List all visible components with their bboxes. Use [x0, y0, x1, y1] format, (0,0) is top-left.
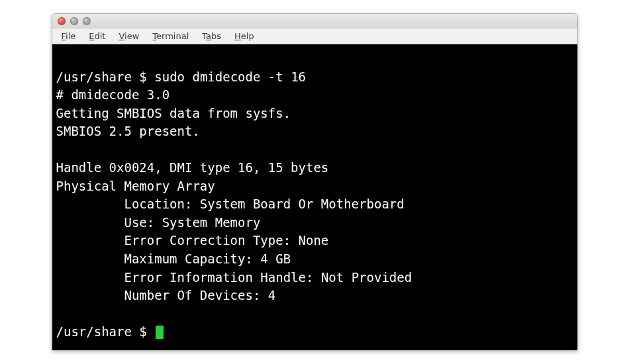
menu-terminal[interactable]: Terminal: [147, 30, 194, 42]
output-getting: Getting SMBIOS data from sysfs.: [56, 106, 291, 120]
prompt-symbol: $: [139, 69, 146, 84]
output-field: Number Of Devices: 4: [56, 287, 276, 305]
menubar: File Edit View Terminal Tabs Help: [52, 28, 577, 44]
menu-tabs[interactable]: Tabs: [197, 30, 226, 42]
output-field: Maximum Capacity: 4 GB: [56, 250, 291, 269]
maximize-icon[interactable]: [83, 17, 91, 25]
menu-file[interactable]: File: [56, 30, 81, 42]
output-section: Physical Memory Array: [56, 179, 215, 193]
output-field: Error Correction Type: None: [56, 232, 329, 250]
cursor-icon: [156, 326, 163, 339]
menu-help[interactable]: Help: [229, 30, 260, 42]
output-version: # dmidecode 3.0: [56, 87, 170, 102]
prompt-line-2: /usr/share $: [56, 324, 164, 339]
terminal-area[interactable]: /usr/share $ sudo dmidecode -t 16 # dmid…: [52, 44, 577, 350]
prompt-path: /usr/share: [56, 324, 132, 339]
output-field: Use: System Memory: [56, 214, 261, 232]
command-text: sudo dmidecode -t 16: [154, 69, 306, 84]
titlebar[interactable]: [52, 14, 577, 28]
close-icon[interactable]: [58, 17, 66, 25]
menu-edit[interactable]: Edit: [83, 30, 111, 42]
output-field: Location: System Board Or Motherboard: [56, 195, 405, 214]
menu-view[interactable]: View: [113, 30, 144, 42]
output-handle: Handle 0x0024, DMI type 16, 15 bytes: [56, 160, 329, 175]
output-field: Error Information Handle: Not Provided: [56, 269, 412, 287]
minimize-icon[interactable]: [70, 17, 78, 25]
output-smbios: SMBIOS 2.5 present.: [56, 124, 200, 138]
terminal-window: File Edit View Terminal Tabs Help /usr/s…: [52, 13, 578, 351]
prompt-symbol: $: [139, 324, 146, 339]
prompt-path: /usr/share: [56, 69, 132, 84]
prompt-line-1: /usr/share $ sudo dmidecode -t 16: [56, 69, 307, 84]
